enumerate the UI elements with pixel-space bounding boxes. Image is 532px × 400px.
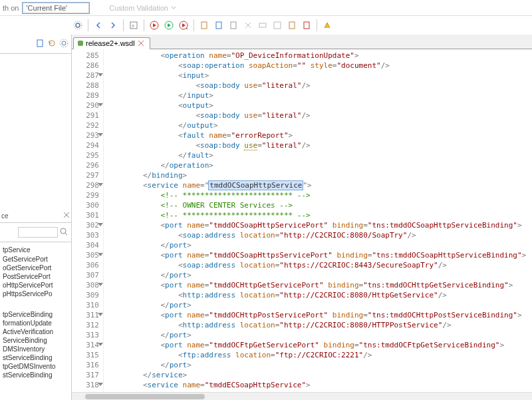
outline-search-input[interactable] <box>18 227 58 238</box>
line-number[interactable]: 306 <box>72 260 99 270</box>
outline-item[interactable]: ServiceBinding <box>0 336 71 345</box>
line-number[interactable]: 304 <box>72 240 99 250</box>
code-line[interactable]: <soap:operation soapAction="" style="doc… <box>108 61 532 71</box>
code-line[interactable]: <port name="tmddOCSoapHttpsServicePort" … <box>108 250 532 260</box>
code-line[interactable]: <output> <box>108 100 532 110</box>
code-line[interactable]: <service name="tmddECSoapHttpService"> <box>108 380 532 390</box>
code-line[interactable]: </input> <box>108 91 532 100</box>
code-line[interactable]: <!-- ************************* --> <box>108 190 532 200</box>
outline-item[interactable]: ActiveVerification <box>0 327 71 336</box>
doc3-icon[interactable] <box>227 19 239 31</box>
outline-item[interactable]: tpServiceBinding <box>0 310 71 319</box>
line-number[interactable]: 294 <box>72 140 99 150</box>
outline-item[interactable]: oGetServicePort <box>0 264 71 272</box>
code-line[interactable]: <port name="tmddOCSoapHttpServicePort" b… <box>108 220 532 230</box>
outline-item[interactable]: tpGetDMSInvento <box>0 362 71 371</box>
tool8-icon[interactable] <box>301 19 313 31</box>
search-icon[interactable] <box>59 227 68 236</box>
tool5-icon[interactable] <box>257 19 269 31</box>
line-number[interactable]: 290 <box>72 100 99 110</box>
line-number[interactable]: 291 <box>72 110 99 120</box>
line-number[interactable]: 313 <box>72 330 99 340</box>
chevron-down-icon[interactable] <box>171 4 176 12</box>
line-number[interactable]: 288 <box>72 81 99 91</box>
xpath-icon[interactable]: x <box>128 19 140 31</box>
line-number[interactable]: 293 <box>72 130 99 140</box>
line-number[interactable]: 286 <box>72 61 99 71</box>
tool4-icon[interactable] <box>242 19 254 31</box>
line-number[interactable]: 302 <box>72 220 99 230</box>
code-line[interactable]: <fault name="errorReport"> <box>108 130 532 140</box>
scrollbar-thumb[interactable] <box>85 394 205 399</box>
outline-item[interactable]: oHttpServicePort <box>0 281 71 290</box>
line-number[interactable]: 287 <box>72 71 99 81</box>
outline-item[interactable]: pHttpsServicePo <box>0 290 71 298</box>
line-number[interactable]: 319 <box>72 390 99 392</box>
line-number[interactable]: 317 <box>72 370 99 380</box>
code-line[interactable]: <ftp:address location="ftp://C2CRIOC:222… <box>108 350 532 360</box>
tool7-icon[interactable] <box>286 19 298 31</box>
file-tab[interactable]: release2+.wsdl <box>73 37 150 49</box>
line-number[interactable]: 295 <box>72 150 99 160</box>
code-line[interactable]: </port> <box>108 240 532 250</box>
code-line[interactable]: <port name="tmddOCFtpGetServicePort" bin… <box>108 340 532 350</box>
outline-item[interactable]: formationUpdate <box>0 319 71 327</box>
outline-item[interactable]: DMSInventory <box>0 345 71 353</box>
code-line[interactable]: <soap:address location="http://C2CRIOC:8… <box>108 230 532 240</box>
line-number[interactable]: 299 <box>72 190 99 200</box>
outline-item[interactable]: PostServicePort <box>0 272 71 281</box>
line-number[interactable]: 315 <box>72 350 99 360</box>
nav-back-icon[interactable] <box>92 19 104 31</box>
code-line[interactable]: <input> <box>108 71 532 81</box>
horizontal-scrollbar[interactable] <box>72 392 532 400</box>
code-line[interactable]: </service> <box>108 370 532 380</box>
line-number[interactable]: 298 <box>72 180 99 190</box>
code-line[interactable]: </binding> <box>108 170 532 180</box>
line-number[interactable]: 285 <box>72 51 99 61</box>
outline-item[interactable]: GetServicePort <box>0 255 71 264</box>
line-number[interactable]: 309 <box>72 290 99 300</box>
code-line[interactable]: <!-- ************************* --> <box>108 390 532 392</box>
code-line[interactable]: <http:address location="http://C2CRIOC:8… <box>108 290 532 300</box>
outline-panel[interactable]: tpService GetServicePortoGetServicePortP… <box>0 242 71 400</box>
line-number[interactable]: 310 <box>72 300 99 310</box>
line-number[interactable]: 289 <box>72 91 99 100</box>
validation-dropdown[interactable]: Custom Validation <box>109 4 168 12</box>
code-line[interactable]: <!-- OWNER CENTER Services --> <box>108 200 532 210</box>
code-line[interactable]: <soap:body use="literal"/> <box>108 81 532 91</box>
line-number[interactable]: 312 <box>72 320 99 330</box>
run-icon[interactable] <box>148 19 160 31</box>
code-line[interactable]: </port> <box>108 300 532 310</box>
code-line[interactable]: </port> <box>108 270 532 280</box>
line-number[interactable]: 296 <box>72 160 99 170</box>
code-line[interactable]: <port name="tmddOCHttpPostServicePort" b… <box>108 310 532 320</box>
validation-scope[interactable]: 'Current File' <box>23 3 89 13</box>
line-number[interactable]: 311 <box>72 310 99 320</box>
code-line[interactable]: </port> <box>108 360 532 370</box>
doc2-icon[interactable] <box>213 19 225 31</box>
code-line[interactable]: <soap:body use="literal"/> <box>108 140 532 150</box>
code-editor[interactable]: 2852862872882892902912922932942952962972… <box>72 49 532 392</box>
code-line[interactable]: <soap:address location="https://C2CRIOC:… <box>108 260 532 270</box>
tab-close-icon[interactable] <box>138 40 144 47</box>
code-line[interactable]: </fault> <box>108 150 532 160</box>
code-line[interactable]: </output> <box>108 120 532 130</box>
code-line[interactable]: <operation name="OP_DeviceInformationUpd… <box>108 51 532 61</box>
nav-forward-icon[interactable] <box>107 19 119 31</box>
debug-icon[interactable] <box>163 19 175 31</box>
line-number[interactable]: 314 <box>72 340 99 350</box>
outline-item[interactable]: stServiceBinding <box>0 371 71 379</box>
line-number[interactable]: 292 <box>72 120 99 130</box>
doc1-icon[interactable] <box>198 19 210 31</box>
outline-item[interactable]: stServiceBinding <box>0 353 71 362</box>
code-line[interactable]: <http:address location="http://C2CRIOC:8… <box>108 320 532 330</box>
code-line[interactable]: </operation> <box>108 160 532 170</box>
panel-close-icon[interactable] <box>63 212 70 220</box>
line-number[interactable]: 297 <box>72 170 99 180</box>
line-number[interactable]: 300 <box>72 200 99 210</box>
line-number[interactable]: 307 <box>72 270 99 280</box>
code-line[interactable]: <soap:body use="literal"/> <box>108 110 532 120</box>
line-number[interactable]: 318 <box>72 380 99 390</box>
line-number[interactable]: 316 <box>72 360 99 370</box>
gear-icon[interactable] <box>72 19 84 31</box>
